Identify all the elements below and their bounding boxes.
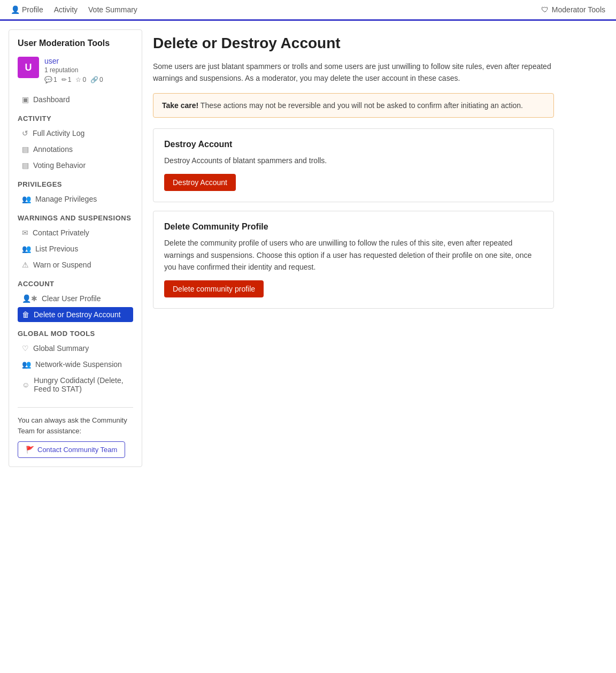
destroy-account-description: Destroy Accounts of blatant spammers and…: [164, 155, 543, 166]
global-summary-icon: ♡: [22, 344, 29, 353]
network-suspension-icon: 👥: [22, 360, 31, 369]
section-title-privileges: Privileges: [18, 180, 133, 188]
delete-community-profile-title: Delete Community Profile: [164, 222, 543, 232]
dashboard-icon: ▣: [22, 95, 29, 104]
annotations-icon: ▤: [22, 145, 29, 154]
user-stats: 💬 1 ✏ 1 ☆ 0 🔗 0: [44, 76, 103, 83]
nav-activity[interactable]: Activity: [54, 5, 78, 14]
contact-privately-icon: ✉: [22, 228, 28, 237]
sidebar-item-network-wide-suspension[interactable]: 👥 Network-wide Suspension: [18, 357, 133, 372]
nav-vote-summary[interactable]: Vote Summary: [88, 5, 137, 14]
community-note: You can always ask the Community Team fo…: [18, 407, 133, 458]
destroy-account-button[interactable]: Destroy Account: [164, 174, 236, 191]
sidebar-title: User Moderation Tools: [18, 39, 133, 48]
warning-box: Take care! These actions may not be reve…: [153, 93, 554, 118]
sidebar-item-full-activity-log[interactable]: ↺ Full Activity Log: [18, 126, 133, 141]
codidactyl-icon: ☺: [22, 380, 29, 389]
contact-community-team-button[interactable]: 🚩 Contact Community Team: [18, 441, 125, 458]
sidebar-item-contact-privately[interactable]: ✉ Contact Privately: [18, 225, 133, 240]
activity-log-icon: ↺: [22, 129, 28, 137]
manage-privileges-icon: 👥: [22, 195, 31, 203]
list-previous-icon: 👥: [22, 244, 31, 253]
user-info: user 1 reputation 💬 1 ✏ 1 ☆ 0 🔗 0: [44, 57, 103, 83]
avatar: U: [18, 57, 39, 78]
profile-icon: 👤: [11, 5, 20, 14]
destroy-account-card: Destroy Account Destroy Accounts of blat…: [153, 128, 554, 202]
section-title-account: Account: [18, 280, 133, 288]
page-description: Some users are just blatant spammers or …: [153, 60, 554, 85]
delete-destroy-icon: 🗑: [22, 310, 29, 319]
delete-community-profile-card: Delete Community Profile Delete the comm…: [153, 211, 554, 309]
stat-stars: ☆ 0: [75, 76, 86, 83]
sidebar-item-voting-behavior[interactable]: ▤ Voting Behavior: [18, 158, 133, 173]
stat-links: 🔗 0: [90, 76, 103, 83]
sidebar: User Moderation Tools U user 1 reputatio…: [9, 29, 142, 467]
delete-community-profile-button[interactable]: Delete community profile: [164, 280, 264, 297]
moderator-tools-link[interactable]: 🛡 Moderator Tools: [541, 5, 605, 14]
sidebar-item-warn-or-suspend[interactable]: ⚠ Warn or Suspend: [18, 257, 133, 272]
clear-profile-icon: 👤✱: [22, 294, 37, 303]
sidebar-item-clear-user-profile[interactable]: 👤✱ Clear User Profile: [18, 291, 133, 306]
delete-community-profile-description: Delete the community profile of users wh…: [164, 237, 543, 273]
sidebar-item-dashboard[interactable]: ▣ Dashboard: [18, 92, 133, 107]
sidebar-item-manage-privileges[interactable]: 👥 Manage Privileges: [18, 192, 133, 207]
voting-icon: ▤: [22, 161, 29, 170]
nav-profile[interactable]: 👤 Profile: [11, 5, 43, 14]
warn-icon: ⚠: [22, 261, 29, 269]
warning-text: These actions may not be reversible and …: [198, 101, 523, 110]
top-nav-left: 👤 Profile Activity Vote Summary: [11, 5, 137, 14]
flag-icon: 🚩: [26, 446, 34, 454]
warning-bold: Take care!: [162, 101, 198, 110]
section-title-activity: Activity: [18, 114, 133, 123]
sidebar-item-hungry-codidactyl[interactable]: ☺ Hungry Codidactyl (Delete, Feed to STA…: [18, 373, 133, 396]
page-title: Delete or Destroy Account: [153, 35, 607, 52]
top-navigation: 👤 Profile Activity Vote Summary 🛡 Modera…: [0, 0, 616, 21]
stat-comments: 💬 1: [44, 76, 57, 83]
sidebar-item-delete-or-destroy[interactable]: 🗑 Delete or Destroy Account: [18, 307, 133, 322]
sidebar-item-global-summary[interactable]: ♡ Global Summary: [18, 341, 133, 356]
destroy-account-title: Destroy Account: [164, 140, 543, 149]
user-card: U user 1 reputation 💬 1 ✏ 1 ☆ 0 🔗 0: [18, 57, 133, 83]
main-content: Delete or Destroy Account Some users are…: [153, 29, 607, 467]
stat-edits: ✏ 1: [61, 76, 72, 83]
user-name-link[interactable]: user: [44, 57, 59, 65]
user-reputation: 1 reputation: [44, 66, 103, 74]
section-title-warnings: Warnings and Suspensions: [18, 214, 133, 222]
sidebar-item-annotations[interactable]: ▤ Annotations: [18, 142, 133, 157]
sidebar-item-list-previous[interactable]: 👥 List Previous: [18, 241, 133, 256]
page-layout: User Moderation Tools U user 1 reputatio…: [0, 21, 616, 476]
shield-icon: 🛡: [541, 5, 549, 14]
section-title-global-mod-tools: Global Mod Tools: [18, 330, 133, 338]
